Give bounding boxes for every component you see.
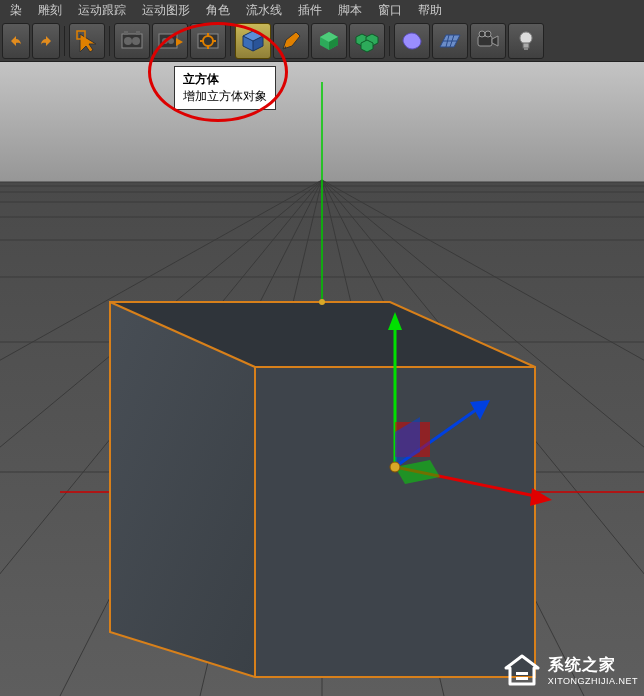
nurbs-button[interactable] [311, 23, 347, 59]
spline-pen-button[interactable] [273, 23, 309, 59]
svg-rect-1 [124, 31, 128, 35]
watermark-cn: 系统之家 [548, 655, 638, 676]
menu-window[interactable]: 窗口 [372, 0, 408, 21]
svg-rect-51 [516, 677, 528, 680]
redo-button[interactable] [32, 23, 60, 59]
cube-object[interactable] [110, 302, 535, 677]
house-icon [502, 650, 542, 690]
svg-point-7 [168, 38, 174, 44]
menu-plugins[interactable]: 插件 [292, 0, 328, 21]
cube-primitive-button[interactable] [235, 23, 271, 59]
deformer-button[interactable] [394, 23, 430, 59]
svg-rect-50 [516, 672, 528, 675]
array-button[interactable] [349, 23, 385, 59]
svg-point-49 [319, 299, 325, 305]
menu-sculpt[interactable]: 雕刻 [32, 0, 68, 21]
svg-point-6 [162, 38, 168, 44]
tooltip-cube: 立方体 增加立方体对象 [174, 66, 276, 110]
svg-point-48 [390, 462, 400, 472]
svg-point-19 [485, 31, 491, 37]
menu-character[interactable]: 角色 [200, 0, 236, 21]
toolbar [0, 20, 644, 62]
menu-script[interactable]: 脚本 [332, 0, 368, 21]
menu-help[interactable]: 帮助 [412, 0, 448, 21]
toolbar-separator [230, 26, 231, 56]
svg-rect-17 [478, 36, 492, 46]
menu-bar: 染 雕刻 运动跟踪 运动图形 角色 流水线 插件 脚本 窗口 帮助 [0, 0, 644, 20]
tooltip-title: 立方体 [183, 71, 267, 88]
render-picture-button[interactable] [152, 23, 188, 59]
watermark: 系统之家 XITONGZHIJIA.NET [502, 650, 638, 690]
light-button[interactable] [508, 23, 544, 59]
svg-point-20 [520, 32, 532, 44]
tooltip-desc: 增加立方体对象 [183, 88, 267, 105]
svg-rect-21 [523, 43, 529, 48]
render-view-button[interactable] [114, 23, 150, 59]
svg-point-3 [124, 37, 132, 45]
undo-button[interactable] [2, 23, 30, 59]
live-select-button[interactable] [69, 23, 105, 59]
svg-rect-22 [524, 48, 528, 50]
svg-rect-2 [136, 31, 140, 35]
svg-point-4 [132, 37, 140, 45]
floor-button[interactable] [432, 23, 468, 59]
menu-motiontrack[interactable]: 运动跟踪 [72, 0, 132, 21]
menu-mograph[interactable]: 运动图形 [136, 0, 196, 21]
watermark-en: XITONGZHIJIA.NET [548, 676, 638, 686]
camera-button[interactable] [470, 23, 506, 59]
menu-render[interactable]: 染 [4, 0, 28, 21]
menu-pipeline[interactable]: 流水线 [240, 0, 288, 21]
svg-point-18 [479, 31, 485, 37]
toolbar-separator [389, 26, 390, 56]
toolbar-separator [109, 26, 110, 56]
toolbar-separator [64, 26, 65, 56]
render-settings-button[interactable] [190, 23, 226, 59]
viewport-3d[interactable] [0, 62, 644, 696]
